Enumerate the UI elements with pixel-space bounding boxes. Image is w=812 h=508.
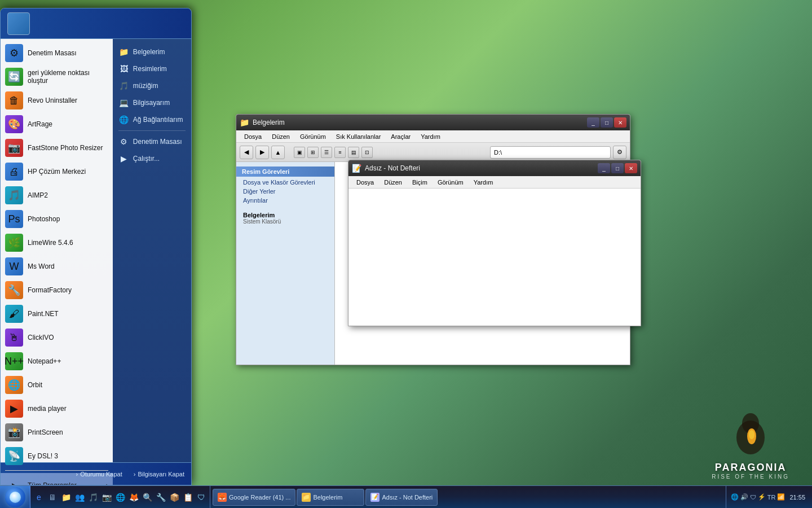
ql-ff-icon[interactable]: 🦊 [127, 491, 140, 503]
view-btn-2[interactable]: ⊞ [307, 147, 319, 158]
taskbar-app-google-reader[interactable]: 🦊 Google Reader (41) ... [213, 489, 295, 506]
menu-item-faststone[interactable]: 📷 FastStone Photo Resizer [1, 136, 113, 160]
ql-extra4-icon[interactable]: 🛡 [195, 491, 208, 503]
explorer-menu-dosya[interactable]: Dosya [240, 132, 266, 141]
start-button[interactable] [0, 486, 30, 509]
notepad-menu-dosya[interactable]: Dosya [352, 178, 378, 187]
notepad-close-button[interactable]: ✕ [625, 163, 637, 173]
notepad-menu-yardim[interactable]: Yardım [469, 178, 498, 187]
menu-item-photoshop[interactable]: Ps Photoshop [1, 207, 113, 231]
menu-item-word[interactable]: W Ms Word [1, 255, 113, 278]
view-btn-3[interactable]: ☰ [321, 147, 332, 158]
ql-ie-icon[interactable]: e [33, 491, 45, 503]
menu-item-restore[interactable]: 🔄 geri yükleme noktası oluştur [1, 65, 113, 89]
notepad-menu-bicim[interactable]: Biçim [408, 178, 432, 187]
notepad-window-controls: _ □ ✕ [598, 163, 637, 173]
menu-item-label: geri yükleme noktası oluştur [28, 69, 108, 85]
menu-item-clickivo[interactable]: 🖱 ClickIVO [1, 326, 113, 349]
menu-item-orbit[interactable]: 🌐 Orbit [1, 373, 113, 397]
resimlerim-icon: 🖼 [118, 63, 130, 75]
menu-item-label: LimeWire 5.4.6 [28, 239, 73, 247]
menu-item-aimp2[interactable]: 🎵 AIMP2 [1, 183, 113, 207]
explorer-menu-gorunum[interactable]: Görünüm [295, 132, 330, 141]
notepad-menu-duzen[interactable]: Düzen [379, 178, 407, 187]
notepad-menu-gorunum[interactable]: Görünüm [433, 178, 468, 187]
ql-media-icon[interactable]: 🎵 [87, 491, 99, 503]
menu-item-control-panel[interactable]: ⚙ Denetim Masası [1, 41, 113, 65]
address-go-button[interactable]: ⚙ [613, 146, 626, 159]
menu-item-revo[interactable]: 🗑 Revo Uninstaller [1, 89, 113, 112]
tray-lang-icon: TR [767, 494, 776, 501]
menu-item-label: Paint.NET [28, 310, 59, 318]
ql-folder-icon[interactable]: 📁 [60, 491, 72, 503]
explorer-menu-yardim[interactable]: Yardım [416, 132, 445, 141]
right-item-label: Resimlerim [133, 65, 167, 73]
menu-item-printscreen[interactable]: 📸 PrintScreen [1, 421, 113, 444]
explorer-maximize-button[interactable]: □ [601, 117, 613, 128]
tray-network-icon: 🌐 [731, 493, 739, 501]
forward-button[interactable]: ▶ [255, 146, 269, 159]
logoff-button[interactable]: › Oturumu Kapat [76, 471, 122, 478]
right-item-ag[interactable]: 🌐 Ağ Bağlantılarım [113, 111, 191, 128]
notepad-editor[interactable] [348, 189, 641, 326]
ql-show-desktop-icon[interactable]: 🖥 [46, 491, 59, 503]
taskbar-app-notepad[interactable]: 📝 Adsız - Not Defteri [365, 489, 438, 506]
explorer-minimize-button[interactable]: _ [587, 117, 599, 128]
logoff-arrow: › [76, 471, 78, 478]
hp-icon: 🖨 [5, 163, 23, 181]
explorer-menubar: Dosya Düzen Görünüm Sık Kullanılanlar Ar… [236, 130, 630, 143]
menu-item-media-player[interactable]: ▶ media player [1, 397, 113, 421]
notepad-maximize-button[interactable]: □ [611, 163, 624, 173]
clock-time: 21:55 [789, 494, 805, 501]
quick-launch-bar: e 🖥 📁 👥 🎵 📷 🌐 🦊 🔍 🔧 📦 📋 🛡 [30, 486, 210, 508]
menu-item-ey-dsl[interactable]: 📡 Ey DSL! 3 [1, 444, 113, 468]
taskbar-tray: 🌐 🔊 🛡 ⚡ TR 📶 21:55 [726, 486, 812, 508]
explorer-close-button[interactable]: ✕ [614, 117, 626, 128]
aimp2-icon: 🎵 [5, 186, 23, 204]
notepad-minimize-button[interactable]: _ [598, 163, 610, 173]
right-item-calistir[interactable]: ▶ Çalıştır... [113, 150, 191, 167]
back-button[interactable]: ◀ [240, 146, 253, 159]
sidebar-item-diger[interactable]: Diğer Yerler [236, 187, 334, 196]
faststone-icon: 📷 [5, 139, 23, 157]
tray-antivirus-icon: 🛡 [750, 494, 756, 501]
right-item-muzigim[interactable]: 🎵 müziğim [113, 77, 191, 94]
ql-extra1-icon[interactable]: 🔧 [155, 491, 167, 503]
explorer-menu-duzen[interactable]: Düzen [267, 132, 294, 141]
taskbar-app-belgelerim[interactable]: 📁 Belgelerim [297, 489, 364, 506]
ql-photo-icon[interactable]: 📷 [100, 491, 113, 503]
menu-item-paintnet[interactable]: 🖌 Paint.NET [1, 302, 113, 326]
menu-item-label: Denetim Masası [28, 49, 77, 57]
right-item-belgelerim[interactable]: 📁 Belgelerim [113, 43, 191, 60]
sidebar-folder-belgelerim[interactable]: Belgelerim Sistem Klasörü [236, 209, 334, 227]
start-orb [5, 487, 25, 507]
right-item-bilgisayarim[interactable]: 💻 Bilgisayarım [113, 94, 191, 111]
taskbar-clock[interactable]: 21:55 [787, 494, 807, 501]
address-bar[interactable]: D:\ [490, 146, 611, 159]
menu-item-label: ClickIVO [28, 334, 54, 341]
menu-item-notepadpp[interactable]: N++ Notepad++ [1, 349, 113, 373]
ql-search-icon[interactable]: 🔍 [141, 491, 153, 503]
sidebar-item-ayrintilar[interactable]: Ayrıntılar [236, 196, 334, 205]
up-button[interactable]: ▲ [271, 146, 285, 159]
view-btn-4[interactable]: ≡ [334, 147, 346, 158]
explorer-sidebar: Resim Görevleri Dosya ve Klasör Görevler… [236, 162, 335, 365]
right-item-denetim[interactable]: ⚙ Denetim Masası [113, 133, 191, 150]
sidebar-item-dosya-klasor[interactable]: Dosya ve Klasör Görevleri [236, 178, 334, 187]
menu-item-artrage[interactable]: 🎨 ArtRage [1, 112, 113, 136]
explorer-menu-araclar[interactable]: Araçlar [386, 132, 415, 141]
ql-chrome-icon[interactable]: 🌐 [114, 491, 126, 503]
ql-extra3-icon[interactable]: 📋 [182, 491, 194, 503]
view-btn-5[interactable]: ▤ [348, 147, 359, 158]
menu-item-limewire[interactable]: 🌿 LimeWire 5.4.6 [1, 231, 113, 255]
menu-item-hp[interactable]: 🖨 HP Çözüm Merkezi [1, 160, 113, 183]
view-btn-1[interactable]: ▣ [294, 147, 305, 158]
view-btn-6[interactable]: ⊡ [361, 147, 373, 158]
ql-people-icon[interactable]: 👥 [73, 491, 86, 503]
menu-item-formatfactory[interactable]: 🔧 FormatFactory [1, 278, 113, 302]
ql-extra2-icon[interactable]: 📦 [168, 491, 180, 503]
explorer-menu-sik[interactable]: Sık Kullanılanlar [332, 132, 386, 141]
right-item-resimlerim[interactable]: 🖼 Resimlerim [113, 60, 191, 77]
explorer-title-group: 📁 Belgelerim [240, 118, 285, 127]
shutdown-button[interactable]: › Bilgisayarı Kapat [134, 471, 184, 478]
